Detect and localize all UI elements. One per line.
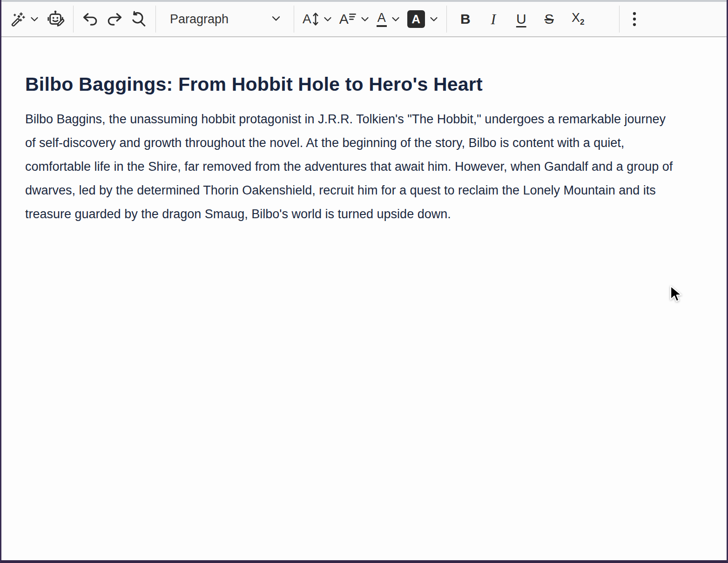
subscript-button[interactable]: X2 (563, 6, 593, 32)
toolbar-separator (155, 6, 156, 33)
chevron-down-icon (361, 16, 369, 22)
magic-wand-icon (10, 11, 26, 27)
toolbar-separator (446, 6, 447, 33)
font-background-icon: A (407, 10, 425, 28)
chevron-down-icon (430, 16, 438, 22)
strikethrough-button[interactable]: S (535, 6, 563, 32)
find-replace-icon (130, 11, 147, 27)
redo-arrow-icon (106, 12, 123, 26)
underline-icon: U (516, 12, 526, 26)
subscript-icon: X2 (572, 12, 584, 26)
undo-button[interactable] (78, 6, 102, 32)
heading-dropdown[interactable]: Paragraph (161, 5, 289, 33)
chevron-down-icon (271, 15, 281, 23)
font-family-button[interactable]: A (336, 6, 373, 32)
font-color-button[interactable]: A (373, 6, 404, 32)
redo-button[interactable] (102, 6, 127, 32)
robot-pencil-icon (46, 10, 65, 28)
toolbar-separator (619, 6, 620, 33)
font-background-color-button[interactable]: A (404, 6, 442, 32)
bold-button[interactable]: B (452, 6, 479, 32)
bold-icon: B (460, 12, 471, 26)
undo-arrow-icon (82, 12, 99, 26)
font-size-button[interactable]: A (299, 6, 336, 32)
toolbar: Paragraph A (1, 0, 727, 37)
editor-window: Paragraph A (0, 0, 728, 563)
editor-content-area[interactable]: Bilbo Baggings: From Hobbit Hole to Hero… (1, 37, 727, 557)
underline-button[interactable]: U (507, 6, 535, 32)
toolbar-separator (73, 6, 74, 33)
italic-icon: I (491, 12, 496, 27)
kebab-menu-icon (632, 11, 637, 27)
document-paragraph[interactable]: Bilbo Baggins, the unassuming hobbit pro… (25, 107, 677, 226)
chevron-down-icon (391, 16, 400, 22)
strikethrough-icon: S (545, 12, 554, 26)
document-heading[interactable]: Bilbo Baggings: From Hobbit Hole to Hero… (25, 73, 703, 96)
font-color-icon: A (377, 11, 387, 27)
ai-assistant-button[interactable] (42, 6, 68, 32)
font-size-icon: A (303, 12, 319, 26)
more-options-button[interactable] (624, 6, 645, 32)
chevron-down-icon (324, 16, 332, 22)
find-replace-button[interactable] (127, 6, 151, 32)
toolbar-separator (294, 6, 294, 33)
font-family-icon: A (339, 12, 356, 26)
ai-commands-button[interactable] (6, 6, 42, 32)
heading-dropdown-label: Paragraph (170, 12, 229, 27)
italic-button[interactable]: I (479, 6, 507, 32)
chevron-down-icon (30, 16, 39, 22)
